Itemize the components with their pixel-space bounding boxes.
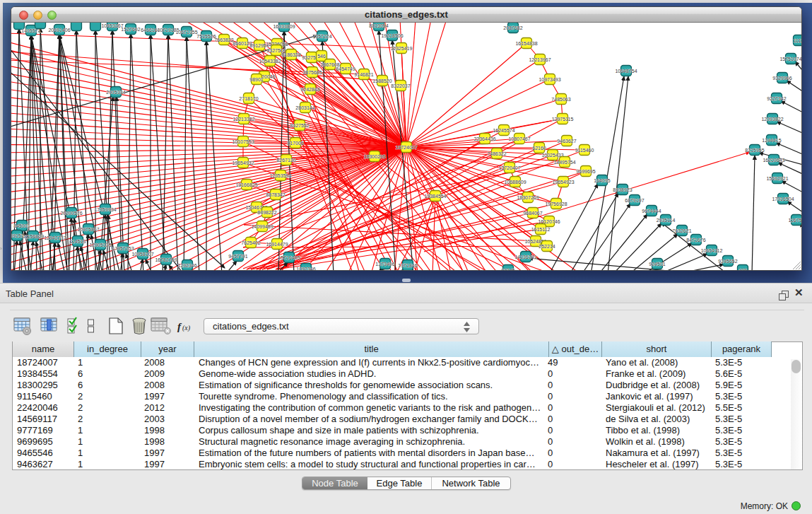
svg-text:20200576: 20200576 xyxy=(60,211,82,216)
svg-text:3875685: 3875685 xyxy=(302,70,322,75)
svg-text:114513: 114513 xyxy=(70,239,86,244)
svg-text:22364436: 22364436 xyxy=(473,136,495,141)
svg-text:14495754: 14495754 xyxy=(553,160,575,165)
svg-text:8498222: 8498222 xyxy=(257,210,276,215)
svg-text:16782759: 16782759 xyxy=(155,257,177,262)
svg-text:9674444: 9674444 xyxy=(642,209,661,214)
svg-text:18300295: 18300295 xyxy=(363,154,385,159)
svg-text:8813054: 8813054 xyxy=(369,23,388,28)
svg-text:1615112: 1615112 xyxy=(531,227,551,232)
svg-text:8215955: 8215955 xyxy=(745,148,764,153)
svg-text:16245574: 16245574 xyxy=(493,128,514,133)
svg-text:1244415: 1244415 xyxy=(762,138,781,143)
svg-text:19166825: 19166825 xyxy=(235,182,257,187)
svg-text:15692921: 15692921 xyxy=(766,176,788,181)
svg-text:13720407: 13720407 xyxy=(498,165,520,170)
svg-text:1112: 1112 xyxy=(794,38,801,43)
svg-text:7485063: 7485063 xyxy=(551,97,570,102)
svg-text:18307269: 18307269 xyxy=(517,195,539,200)
svg-text:116753: 116753 xyxy=(789,218,801,223)
svg-text:2935114: 2935114 xyxy=(657,218,676,223)
svg-text:16914479: 16914479 xyxy=(266,242,288,247)
svg-text:16033809: 16033809 xyxy=(273,24,295,29)
svg-text:18724007: 18724007 xyxy=(395,145,417,150)
svg-text:10671355: 10671355 xyxy=(175,30,197,35)
svg-text:9329966: 9329966 xyxy=(772,76,792,81)
svg-text:10975867: 10975867 xyxy=(77,227,99,232)
svg-text:2905334: 2905334 xyxy=(106,90,125,95)
svg-text:1373406: 1373406 xyxy=(375,262,394,267)
svg-text:8322037: 8322037 xyxy=(391,83,410,88)
svg-text:10973493: 10973493 xyxy=(539,77,560,82)
svg-text:6879197: 6879197 xyxy=(625,198,644,203)
svg-text:92345: 92345 xyxy=(501,268,515,271)
svg-text:164095: 164095 xyxy=(594,178,610,183)
svg-text:7625402: 7625402 xyxy=(241,240,260,245)
svg-text:(x): (x) xyxy=(182,324,191,332)
svg-text:8454749: 8454749 xyxy=(336,66,355,71)
svg-text:15751074: 15751074 xyxy=(779,57,801,62)
svg-text:8471676: 8471676 xyxy=(686,238,705,243)
svg-text:17359934: 17359934 xyxy=(94,207,116,212)
svg-text:98901: 98901 xyxy=(249,77,264,82)
svg-text:f: f xyxy=(177,321,182,332)
svg-text:7515526: 7515526 xyxy=(196,34,216,39)
svg-text:10688609: 10688609 xyxy=(504,180,526,185)
svg-text:10654112: 10654112 xyxy=(701,248,723,253)
svg-text:11325419: 11325419 xyxy=(391,46,413,51)
svg-text:10807467: 10807467 xyxy=(508,136,530,141)
svg-text:10653267: 10653267 xyxy=(101,23,123,28)
svg-text:11156829: 11156829 xyxy=(23,234,44,239)
svg-text:924501: 924501 xyxy=(649,262,665,267)
svg-text:15716485: 15716485 xyxy=(278,255,300,260)
svg-text:108: 108 xyxy=(739,268,747,271)
svg-text:17957253: 17957253 xyxy=(112,246,134,251)
svg-text:252214: 252214 xyxy=(539,244,555,249)
svg-text:2718170: 2718170 xyxy=(239,96,258,101)
svg-text:7663822: 7663822 xyxy=(214,37,233,42)
svg-text:9684067: 9684067 xyxy=(523,211,542,216)
svg-text:8427552: 8427552 xyxy=(290,123,309,128)
svg-text:12905135: 12905135 xyxy=(89,243,111,247)
svg-text:16154838: 16154838 xyxy=(515,41,537,46)
svg-text:8186328: 8186328 xyxy=(281,52,300,57)
svg-text:19654932: 19654932 xyxy=(232,160,254,165)
svg-text:1588520: 1588520 xyxy=(372,78,392,83)
svg-text:7486322: 7486322 xyxy=(487,151,506,156)
svg-text:9242848: 9242848 xyxy=(300,87,319,92)
svg-text:16210643: 16210643 xyxy=(763,158,784,163)
svg-text:19218506: 19218506 xyxy=(381,33,403,38)
svg-text:10543382: 10543382 xyxy=(259,59,281,64)
svg-text:62160: 62160 xyxy=(532,146,546,151)
svg-text:17016504: 17016504 xyxy=(772,197,794,201)
svg-text:1092346: 1092346 xyxy=(296,267,315,271)
svg-text:546: 546 xyxy=(317,54,326,59)
svg-text:7357224: 7357224 xyxy=(312,34,331,39)
svg-text:817006: 817006 xyxy=(287,141,303,146)
svg-text:12213382: 12213382 xyxy=(233,117,254,122)
svg-text:845001: 845001 xyxy=(13,223,30,228)
svg-text:2087682: 2087682 xyxy=(503,25,522,30)
svg-text:12975115: 12975115 xyxy=(552,117,574,122)
svg-text:9227342: 9227342 xyxy=(767,96,786,101)
svg-text:14136141: 14136141 xyxy=(514,255,536,259)
svg-text:9245652: 9245652 xyxy=(718,259,737,264)
svg-text:12093822: 12093822 xyxy=(761,117,783,122)
svg-text:10648754: 10648754 xyxy=(615,69,637,74)
svg-text:16120746: 16120746 xyxy=(538,219,560,224)
svg-text:20691406: 20691406 xyxy=(48,28,70,33)
svg-text:19756928: 19756928 xyxy=(545,201,567,206)
svg-text:7632621: 7632621 xyxy=(672,228,691,233)
svg-text:12213967: 12213967 xyxy=(529,57,551,62)
svg-text:9457791: 9457791 xyxy=(228,254,247,259)
svg-text:12942737: 12942737 xyxy=(44,235,66,240)
svg-text:9699695: 9699695 xyxy=(576,169,595,174)
svg-text:2803144: 2803144 xyxy=(295,105,314,110)
svg-text:19654923: 19654923 xyxy=(552,180,574,185)
svg-text:8938923: 8938923 xyxy=(613,187,632,192)
svg-text:10958107: 10958107 xyxy=(131,252,153,257)
svg-text:8878342: 8878342 xyxy=(266,192,285,197)
svg-text:11353594: 11353594 xyxy=(270,173,292,178)
svg-text:1527602: 1527602 xyxy=(121,27,140,32)
svg-text:1292346: 1292346 xyxy=(177,263,196,268)
